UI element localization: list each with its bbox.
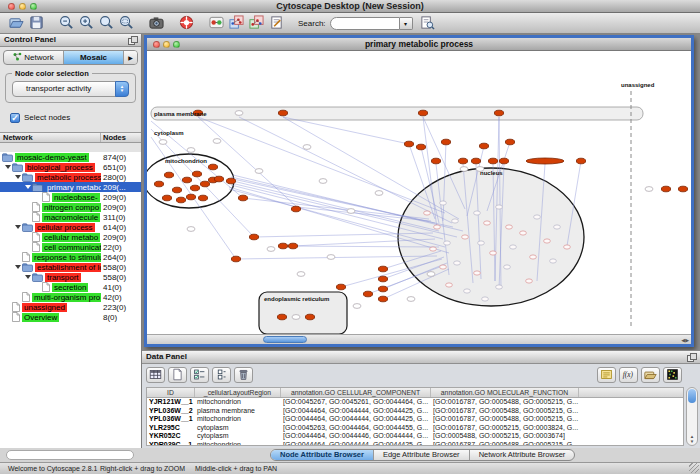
tree-column-nodes[interactable]: Nodes (101, 133, 141, 142)
unselect-attributes-button[interactable] (212, 367, 231, 383)
data-panel-title: Data Panel (146, 352, 187, 361)
formula-button[interactable]: f(x) (619, 367, 638, 383)
table-cell: YDR039C__1 (147, 441, 195, 446)
expand-arrow-icon[interactable] (25, 275, 31, 279)
float-icon[interactable] (128, 36, 138, 45)
vscrollbar-thumb[interactable] (688, 389, 696, 403)
tree-row[interactable]: Overview8(0) (0, 312, 141, 322)
page-node-icon (32, 212, 40, 222)
enhanced-search-button[interactable] (418, 14, 438, 32)
node-color-dropdown[interactable]: transporter activity ▲▼ (12, 81, 129, 97)
table-cell: YJR121W__1 (147, 398, 195, 407)
hscrollbar-thumb[interactable] (263, 336, 307, 343)
layout-group-button[interactable] (246, 14, 266, 32)
zoom-in-button[interactable] (76, 14, 96, 32)
tree-row[interactable]: secretion41(0) (0, 282, 141, 292)
tree-row[interactable]: macromolecule311(0) (0, 212, 141, 222)
tree-row-label: multi-organism pro (32, 293, 101, 302)
import-attributes-button[interactable] (641, 367, 660, 383)
table-row[interactable]: YPL036W__2plasma membrane[GO:0044464, GO… (147, 407, 683, 416)
zoom-fit-button[interactable] (96, 14, 116, 32)
float-icon[interactable] (687, 353, 697, 362)
tree-row-main: transport (0, 273, 101, 282)
table-row[interactable]: YDR039C__1mitochondrion[GO:0044464, GO:0… (147, 441, 683, 446)
select-nodes-checkbox[interactable]: ✓ (10, 113, 20, 123)
tree-row-label: biological_process (25, 163, 95, 172)
save-button[interactable] (26, 14, 46, 32)
tab-edge-attribute-browser[interactable]: Edge Attribute Browser (374, 450, 470, 460)
delete-attribute-button[interactable] (234, 367, 253, 383)
expand-arrow-icon[interactable] (15, 175, 21, 179)
resize-grip[interactable] (689, 463, 699, 473)
table-cell: cytoplasm (195, 424, 281, 433)
expand-arrow-icon[interactable] (25, 185, 31, 189)
table-row[interactable]: YKR052Ccytoplasm[GO:0044464, GO:0044446,… (147, 432, 683, 441)
notes-button[interactable] (597, 367, 616, 383)
network-canvas[interactable]: plasma membranecytoplasmmitochondrionnuc… (147, 51, 691, 334)
table-cell: [GO:0005488, GO:0005215, GO:0003674] (431, 432, 579, 441)
zoom-region-button[interactable] (116, 14, 136, 32)
network-view-window[interactable]: primary metabolic process plasma membran… (144, 35, 694, 347)
column-header[interactable]: annotation.GO MOLECULAR_FUNCTION (431, 388, 579, 397)
search-dropdown-arrow[interactable]: ▾ (400, 17, 413, 30)
layout-group-icon (249, 15, 264, 32)
tab-network[interactable]: Network (4, 51, 64, 64)
tree-row[interactable]: nucleobase-209(0) (0, 192, 141, 202)
tree-row[interactable]: transport558(0) (0, 272, 141, 282)
tree-column-network[interactable]: Network (0, 133, 101, 142)
vscrollbar-arrows-icon[interactable]: ▲▼ (687, 434, 697, 444)
help-button[interactable] (176, 14, 196, 32)
tree-row[interactable]: primary metabo209(... (0, 182, 141, 192)
expand-arrow-icon[interactable] (15, 265, 21, 269)
table-cell: YPL036W__2 (147, 407, 195, 416)
unselect-attributes-icon (215, 368, 228, 383)
snapshot-button[interactable] (146, 14, 166, 32)
tree-row[interactable]: cellular process614(0) (0, 222, 141, 232)
tree-row[interactable]: biological_process651(0) (0, 162, 141, 172)
expand-arrow-icon[interactable] (5, 165, 11, 169)
vizmapper-button[interactable] (206, 14, 226, 32)
hscrollbar-arrows-icon[interactable]: ◀▶ (681, 336, 689, 344)
tree-row[interactable]: cellular metabo209(0) (0, 232, 141, 242)
matrix-button[interactable] (663, 367, 682, 383)
table-row[interactable]: YJR121W__1mitochondrion[GO:0045267, GO:0… (147, 398, 683, 407)
tree-row[interactable]: unassigned223(0) (0, 302, 141, 312)
tab-overflow-arrow[interactable]: ▶ (124, 51, 137, 64)
tree-row[interactable]: nitrogen compo209(0) (0, 202, 141, 212)
tree-row-main: response to stimulu (0, 252, 101, 262)
tree-row[interactable]: establishment of lo558(0) (0, 262, 141, 272)
table-row[interactable]: YLR295Ccytoplasm[GO:0045263, GO:0044464,… (147, 424, 683, 433)
page-node-icon (22, 292, 30, 302)
tree-row[interactable]: cell communicat22(0) (0, 242, 141, 252)
table-vscrollbar[interactable]: ▲▼ (686, 387, 698, 446)
control-panel-hscrollbar[interactable] (6, 450, 134, 460)
tab-network-attribute-browser[interactable]: Network Attribute Browser (470, 450, 575, 460)
column-header[interactable]: ID (147, 388, 195, 397)
layout-region-button[interactable] (226, 14, 246, 32)
dropdown-stepper-icon[interactable]: ▲▼ (115, 81, 129, 97)
attribute-table-button[interactable] (146, 367, 165, 383)
zoom-out-button[interactable] (56, 14, 76, 32)
column-header[interactable]: _cellularLayoutRegion (195, 388, 281, 397)
table-cell: [GO:0016787, GO:0005488, GO:0005215, G..… (431, 415, 579, 424)
select-attributes-button[interactable] (190, 367, 209, 383)
tree-row[interactable]: mosaic-demo-yeast874(0) (0, 152, 141, 162)
tree-row[interactable]: response to stimulu264(0) (0, 252, 141, 262)
expand-arrow-icon[interactable] (15, 225, 21, 229)
search-input[interactable] (330, 17, 400, 30)
network-hscrollbar[interactable]: ◀▶ (147, 334, 691, 344)
new-attribute-button[interactable] (168, 367, 187, 383)
column-header[interactable]: annotation.GO CELLULAR_COMPONENT (281, 388, 431, 397)
tree-row[interactable]: multi-organism pro42(0) (0, 292, 141, 302)
tree-row[interactable]: metabolic process280(0) (0, 172, 141, 182)
table-row[interactable]: YPL036W__1mitochondrion[GO:0044464, GO:0… (147, 415, 683, 424)
filter-button[interactable] (266, 14, 286, 32)
attribute-table-icon (149, 368, 162, 383)
network-zoom-button[interactable] (173, 41, 180, 48)
tab-node-attribute-browser[interactable]: Node Attribute Browser (271, 450, 374, 460)
network-close-button[interactable] (153, 41, 160, 48)
table-cell: plasma membrane (195, 407, 281, 416)
network-minimize-button[interactable] (163, 41, 170, 48)
tab-mosaic[interactable]: Mosaic (64, 51, 124, 64)
open-button[interactable] (6, 14, 26, 32)
